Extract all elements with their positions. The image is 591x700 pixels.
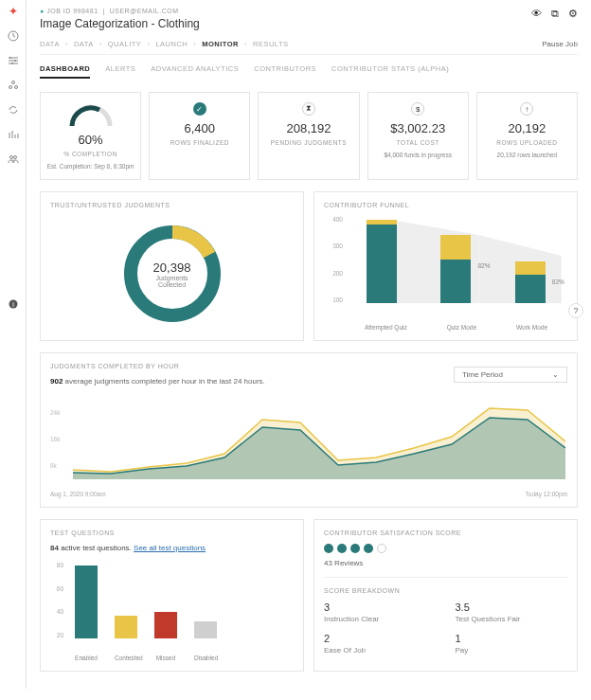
upload-icon: ↑ — [520, 102, 533, 116]
breakdown-title: SCORE BREAKDOWN — [324, 587, 567, 594]
testq-title: TEST QUESTIONS — [50, 529, 294, 536]
job-meta: ● JOB ID 998481 | USER@EMAIL.COM — [40, 8, 200, 14]
pause-job-link[interactable]: Pause Job — [542, 40, 578, 48]
copy-icon[interactable]: ⧉ — [551, 8, 559, 20]
kpi-uploaded-value: 20,192 — [509, 121, 546, 135]
testq-subtitle: 84 active test questions. See all test q… — [50, 544, 294, 552]
chart-icon[interactable] — [8, 129, 19, 140]
kpi-rows-value: 6,400 — [185, 121, 216, 135]
funnel-pct-2: 82% — [552, 278, 564, 285]
help-button[interactable]: ? — [568, 303, 583, 318]
svg-point-6 — [14, 86, 17, 89]
svg-point-2 — [14, 60, 16, 62]
crumb-data[interactable]: DATA — [40, 40, 60, 48]
gear-icon[interactable]: ⚙ — [568, 8, 578, 20]
score-ease: 2Ease Of Job — [324, 633, 437, 655]
kpi-pending-value: 208,192 — [287, 121, 331, 135]
tq-bar-disabled — [194, 621, 217, 638]
testq-xaxis: EnabledContestedMissedDisabled — [50, 655, 294, 661]
tab-contributors[interactable]: CONTRIBUTORS — [254, 64, 316, 79]
chevron-down-icon: ⌄ — [552, 370, 559, 379]
panel-test-questions: TEST QUESTIONS 84 active test questions.… — [40, 519, 304, 672]
testq-chart: 80604020 — [50, 562, 294, 652]
kpi-cost-label: TOTAL COST — [397, 139, 439, 146]
dollar-icon: $ — [411, 102, 424, 116]
tab-contributor-stats[interactable]: CONTRIBUTOR STATS (ALPHA) — [331, 64, 449, 79]
kpi-cost-value: $3,002.23 — [390, 121, 445, 135]
donut-value: 20,398 — [146, 260, 198, 274]
judgments-title: JUDGMENTS COMPLETED BY HOUR — [50, 363, 265, 369]
svg-point-1 — [9, 57, 11, 59]
crumb-data2[interactable]: DATA — [74, 40, 94, 48]
tab-dashboard[interactable]: DASHBOARD — [40, 64, 90, 79]
svg-point-4 — [11, 81, 14, 84]
kpi-cost-sub: $4,000 funds in progress — [384, 152, 452, 158]
kpi-uploaded-sub: 20,192 rows launched — [497, 152, 558, 158]
svg-point-7 — [9, 156, 12, 159]
eye-icon[interactable]: 👁 — [531, 8, 542, 20]
kpi-pending-label: PENDING JUDGMENTS — [271, 139, 347, 146]
clock-icon[interactable] — [8, 30, 19, 42]
funnel-bar-2: 82% — [440, 235, 471, 303]
users-icon[interactable] — [8, 80, 19, 91]
svg-point-8 — [13, 156, 16, 159]
funnel-yaxis: 400300200100 — [324, 216, 343, 303]
area-xaxis: Aug 1, 2020 9:00amToday 12:00pm — [50, 491, 567, 497]
donut-label: Judgments Collected — [146, 274, 198, 287]
left-sidebar: ✦ i — [0, 0, 27, 689]
funnel-bar-3: 82% — [515, 261, 546, 303]
kpi-rows-label: ROWS FINALIZED — [170, 139, 229, 146]
page-title: Image Categorization - Clothing — [40, 17, 200, 30]
tq-bar-missed — [154, 612, 177, 638]
app-logo[interactable]: ✦ — [8, 6, 19, 17]
trust-title: TRUST/UNTRUSTED JUDGMENTS — [50, 202, 294, 208]
panel-trust: TRUST/UNTRUSTED JUDGMENTS 20,398 Judgmen… — [40, 191, 304, 341]
kpi-completion-label: % COMPLETION — [63, 151, 117, 157]
crumb-launch[interactable]: LAUNCH — [155, 40, 188, 48]
rating-dots — [324, 544, 567, 553]
svg-point-5 — [9, 86, 11, 89]
donut-chart: 20,398 Judgments Collected — [120, 222, 224, 326]
tab-advanced[interactable]: ADVANCED ANALYTICS — [151, 64, 239, 79]
score-pay: 1Pay — [456, 633, 568, 655]
panel-judgments: JUDGMENTS COMPLETED BY HOUR 902 average … — [40, 352, 578, 508]
tq-bar-contested — [115, 616, 137, 638]
time-period-dropdown[interactable]: Time Period⌄ — [454, 367, 567, 383]
crumb-results[interactable]: RESULTS — [253, 40, 289, 48]
funnel-pct-1: 82% — [477, 262, 490, 269]
panel-satisfaction: CONTRIBUTOR SATISFACTION SCORE 43 Review… — [313, 519, 578, 672]
see-all-link[interactable]: See all test questions — [134, 544, 206, 552]
funnel-title: CONTRIBUTOR FUNNEL — [324, 202, 567, 208]
kpi-rows-finalized: ✓ 6,400 ROWS FINALIZED — [149, 92, 250, 180]
main-content: ● JOB ID 998481 | USER@EMAIL.COM Image C… — [27, 0, 591, 689]
kpi-uploaded: ↑ 20,192 ROWS UPLOADED 20,192 rows launc… — [476, 92, 578, 180]
kpi-completion: 60% % COMPLETION Est. Completion: Sep 8,… — [40, 92, 141, 180]
area-chart: 24k16k8k — [50, 399, 567, 489]
judgments-subtitle: 902 average judgments completed per hour… — [50, 377, 265, 386]
info-icon[interactable]: i — [8, 298, 19, 310]
crumb-quality[interactable]: QUALITY — [108, 40, 142, 48]
kpi-cost: $ $3,002.23 TOTAL COST $4,000 funds in p… — [367, 92, 469, 180]
tq-bar-enabled — [75, 565, 98, 638]
score-instruction: 3Instruction Clear — [324, 601, 437, 623]
funnel-bar-1 — [367, 220, 397, 303]
hourglass-icon: ⧗ — [302, 102, 315, 116]
check-icon: ✓ — [193, 102, 206, 116]
kpi-pending: ⧗ 208,192 PENDING JUDGMENTS — [258, 92, 359, 180]
kpi-uploaded-label: ROWS UPLOADED — [496, 139, 557, 146]
sat-title: CONTRIBUTOR SATISFACTION SCORE — [324, 529, 567, 536]
tab-alerts[interactable]: ALERTS — [105, 64, 135, 79]
sliders-icon[interactable] — [8, 55, 19, 66]
crumb-monitor[interactable]: MONITOR — [202, 40, 239, 48]
funnel-xaxis: Attempted QuizQuiz ModeWork Mode — [324, 324, 567, 331]
gauge-icon — [67, 102, 115, 131]
panel-funnel: CONTRIBUTOR FUNNEL 400300200100 — [313, 191, 578, 341]
breadcrumb: DATA› DATA› QUALITY› LAUNCH› MONITOR› RE… — [40, 40, 289, 48]
kpi-completion-value: 60% — [79, 133, 103, 147]
score-testq: 3.5Test Questions Fair — [456, 601, 568, 623]
svg-point-3 — [11, 63, 13, 64]
reviews-count: 43 Reviews — [324, 559, 567, 567]
refresh-icon[interactable] — [8, 104, 19, 116]
tab-bar: DASHBOARD ALERTS ADVANCED ANALYTICS CONT… — [40, 64, 578, 79]
people-icon[interactable] — [8, 153, 19, 165]
